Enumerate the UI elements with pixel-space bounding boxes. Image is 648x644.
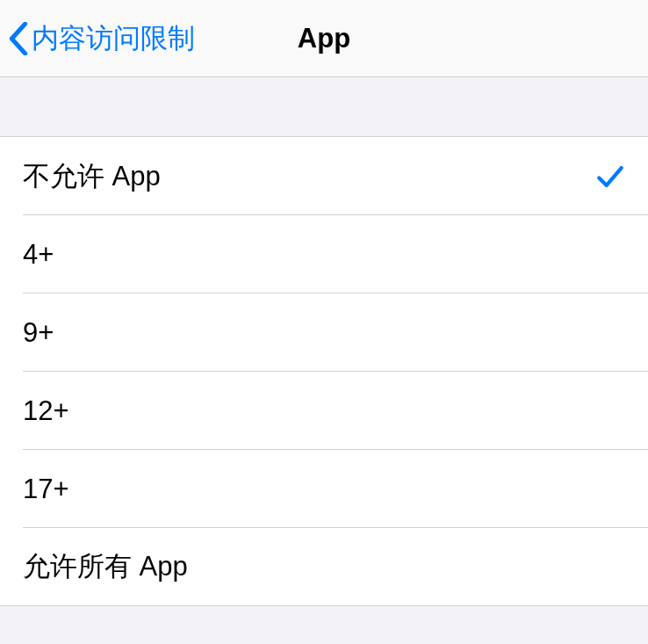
option-label: 12+ <box>23 395 69 427</box>
back-button[interactable]: 内容访问限制 <box>0 20 195 57</box>
checkmark-icon <box>595 162 625 192</box>
option-label: 不允许 App <box>23 158 161 195</box>
option-label: 4+ <box>23 239 54 271</box>
section-spacer <box>0 77 648 137</box>
option-4plus[interactable]: 4+ <box>0 215 648 293</box>
chevron-left-icon <box>9 22 28 55</box>
option-label: 17+ <box>23 474 69 505</box>
option-label: 9+ <box>23 317 54 349</box>
options-list: 不允许 App 4+ 9+ 12+ 17+ <box>0 137 648 606</box>
option-label: 允许所有 App <box>23 548 188 585</box>
bottom-spacer <box>0 606 648 644</box>
option-17plus[interactable]: 17+ <box>0 450 648 528</box>
option-9plus[interactable]: 9+ <box>0 293 648 372</box>
page-title: App <box>298 23 350 54</box>
option-12plus[interactable]: 12+ <box>0 372 648 450</box>
option-allow-all-apps[interactable]: 允许所有 App <box>0 528 648 606</box>
option-disallow-apps[interactable]: 不允许 App <box>0 137 648 215</box>
back-label: 内容访问限制 <box>32 20 195 57</box>
navigation-header: 内容访问限制 App <box>0 0 648 77</box>
